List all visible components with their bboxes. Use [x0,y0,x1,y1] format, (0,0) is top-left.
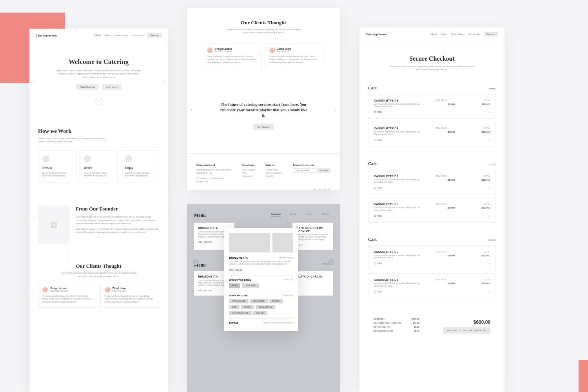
price-label: ITEM PRICE [436,127,447,130]
menu-item-name: ALATA DI CARCIO [296,275,329,278]
chevron-right-icon[interactable]: › [335,108,336,112]
footer-link[interactable]: FAQ [242,171,255,174]
summary-value: $545.00 [412,318,419,320]
avatar [207,47,212,53]
chevron-left-icon[interactable]: ‹ [191,108,192,112]
client-role: Production Manager [50,290,68,292]
facebook-icon[interactable] [313,189,316,190]
remove-item-icon[interactable]: × [488,262,490,265]
menu-tab[interactable]: Lunch [290,213,296,216]
flight-catering-button[interactable]: Flight Catering [76,84,99,90]
item-price: $59.00 [448,254,455,257]
option-chip[interactable]: FRUIT [229,283,240,288]
option-chip[interactable]: APPLE JUICE [250,299,268,303]
footer-link[interactable]: Privacy Policy [265,168,282,171]
newsletter-h: Join our Newsletter [293,164,330,166]
subscribe-button[interactable]: Subscribe [317,168,330,173]
nav-home[interactable]: Home [94,34,101,37]
nav-contact[interactable]: Contact Us [132,34,143,36]
get-started-button[interactable]: Get Started [253,124,274,130]
remove-item-icon[interactable]: × [488,290,490,293]
copyright: Copyright 2019 CateringDemand — All righ… [196,189,330,190]
menu-item[interactable]: ALATA DI CARCIO [292,271,333,296]
card-title: Order [84,166,114,170]
remove-item-icon[interactable]: × [488,139,490,142]
option-chip[interactable]: UPGRADE COFFEE [229,311,252,315]
artboard-checkout: Cateringdemand Home Menu Order Status Co… [359,27,505,392]
scroll-down-icon[interactable]: ⌄ [95,98,102,105]
item-name: CASSOLETTE DE [374,203,399,205]
menu-item-price: $15.00 [296,243,329,246]
how-we-work: How we Work Lorem ipsum dolor sit amet, … [29,116,168,194]
modal-image-1 [229,233,270,252]
hero: ‹ › Welcome to Catering Lorem ipsum dolo… [29,42,168,116]
total-label: TOTAL [484,175,490,178]
option-chip[interactable]: SMALL COFFEE [256,305,275,309]
nav-menu[interactable]: Menu [105,34,111,36]
remove-item-icon[interactable]: × [488,187,490,189]
tab-drinks[interactable]: Drinks [322,263,329,265]
option-chip[interactable]: LATE [229,305,240,309]
linkedin-icon[interactable] [327,189,330,190]
chevron-right-icon[interactable]: › [163,79,164,83]
option-chip[interactable]: 2% MILK [269,299,283,303]
nav-order[interactable]: Order Status [451,33,465,35]
footer: Cateringdemand Lorem ipsum dolor sit ame… [187,153,340,190]
nav-menu[interactable]: Menu [441,33,447,35]
logo[interactable]: Cateringdemand [366,33,387,36]
logo[interactable]: Cateringdemand [36,34,57,37]
cart-item: CASSOLETTE DEITEM PRICETOTAL Lorem ipsum… [368,122,496,147]
option-chip[interactable]: MOCHA [241,305,254,309]
signup-button[interactable]: Sign up [484,32,498,36]
twitter-icon[interactable] [318,189,321,190]
testimonial-card: Zihad IslamFounder & CEO"It has complete… [100,283,160,308]
navbar: Cateringdemand Home Menu Order Status Co… [29,29,168,42]
select-option-dropdown[interactable]: Select an option ▾ [279,257,293,259]
nav-home[interactable]: Home [431,33,437,35]
menu-tab[interactable]: Dinner [306,213,313,216]
option-chip[interactable]: ICED TEA [253,311,268,315]
instagram-icon[interactable] [323,189,326,190]
how-title: How we Work [38,128,159,134]
choose-label: Choose One [283,294,293,297]
proceed-checkout-button[interactable]: PROCEED TO SECURE CHECKOUT [443,327,490,334]
option-chip[interactable]: ORANGE JUICE [229,299,249,303]
item-name: CASSOLETTE DE [374,278,399,281]
menu-tab[interactable]: Drinks [322,213,329,216]
card-title: Enjoy [125,166,155,170]
how-card: OrderLorem ipsum dolor sit amet, consect… [80,150,118,182]
total-label: TOTAL [484,127,490,130]
nav-contact[interactable]: Contact Us [468,33,480,35]
item-desc: Lorem ipsum dolor sit amet, consectetur … [374,254,421,260]
item-qty: 02 ITEM [374,187,382,189]
cart-item: CASSOLETTE DEITEM PRICETOTAL Lorem ipsum… [368,198,496,223]
newsletter-input[interactable] [293,168,316,173]
modal-image-2 [272,233,293,252]
footer-link[interactable]: About Us [265,174,282,178]
item-price: $59.00 [448,207,455,209]
modal-name: BRUSCHETTA [229,256,248,259]
how-subtitle: Lorem ipsum dolor sit amet, consectetur … [38,137,109,143]
cafe-menu-button[interactable]: Cafe Menu [102,84,121,90]
price-label: ITEM PRICE [436,250,447,253]
option-chip[interactable]: HOME FRIES [242,283,259,288]
clients-sub: Lorem ipsum dolor sit amet, consectetur … [60,271,138,278]
chevron-left-icon[interactable]: ‹ [33,79,34,83]
sides-h: BREAKFAST SIDES [229,279,251,281]
signup-button[interactable]: Sign up [147,33,162,38]
chevron-right-icon[interactable]: › [328,259,334,265]
menu-tab[interactable]: Breakfast [271,213,281,216]
chevron-left-icon[interactable]: ‹ [192,259,199,265]
item-qty: 02 ITEM [374,139,382,142]
footer-link[interactable]: Contact Us [242,174,255,178]
nav-order[interactable]: Order Status [114,34,128,36]
remove-item-icon[interactable]: × [488,111,490,114]
client-role: Founder & CEO [113,290,127,292]
avatar [105,287,110,292]
price-label: ITEM PRICE [436,99,447,102]
menu-item[interactable]: OTTO CON SCAMP CARCIOFI Lorem ipsum dolo… [292,223,333,250]
summary-label: BONUS/DISCOUNT [374,330,393,332]
footer-link[interactable]: Order Tracking [242,168,255,171]
remove-item-icon[interactable]: × [488,215,490,218]
footer-link[interactable]: Terms & Conditions [265,171,282,174]
